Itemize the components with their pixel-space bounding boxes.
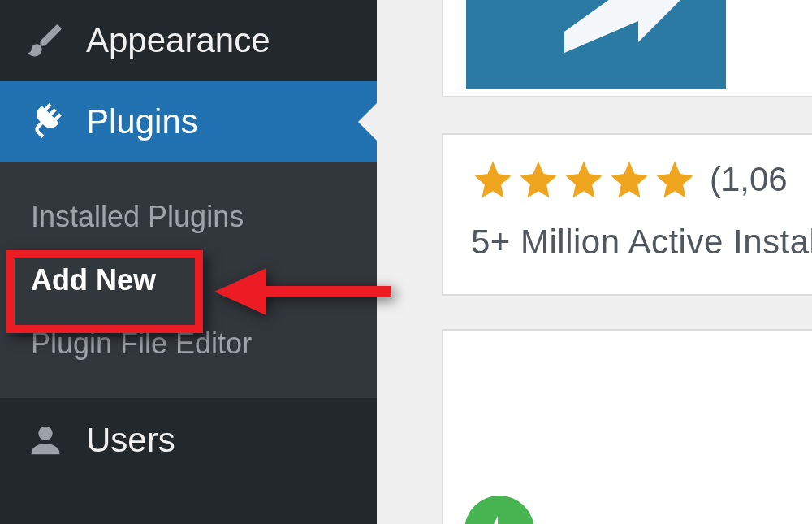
star-icon [471,158,515,201]
menu-item-users[interactable]: Users [0,400,377,481]
active-installs: 5+ Million Active Instal [471,223,812,262]
svg-point-0 [38,427,52,440]
user-icon [24,419,67,461]
rating-count: (1,06 [710,160,788,199]
submenu-item-add-new[interactable]: Add New [0,249,377,312]
star-icon [653,158,697,201]
star-rating: (1,06 [471,158,812,201]
submenu-item-installed-plugins[interactable]: Installed Plugins [0,185,377,249]
menu-label-plugins: Plugins [86,102,198,141]
menu-label-appearance: Appearance [86,21,270,60]
menu-item-appearance[interactable]: Appearance [0,0,377,81]
star-icon [516,158,560,201]
plugin-rating-card: (1,06 5+ Million Active Instal [442,133,812,296]
plug-icon [24,101,67,143]
star-icon [562,158,606,201]
submenu-item-plugin-file-editor[interactable]: Plugin File Editor [0,312,377,375]
menu-label-users: Users [86,421,175,460]
plugin-thumbnail [466,0,726,89]
content-area: (1,06 5+ Million Active Instal [377,0,812,524]
star-icon [607,158,651,201]
admin-sidebar: Appearance Plugins Installed Plugins Add… [0,0,377,524]
menu-item-plugins[interactable]: Plugins [0,81,377,162]
paintbrush-icon [24,19,67,62]
plugins-submenu: Installed Plugins Add New Plugin File Ed… [0,162,377,398]
plugin-card [442,329,812,524]
